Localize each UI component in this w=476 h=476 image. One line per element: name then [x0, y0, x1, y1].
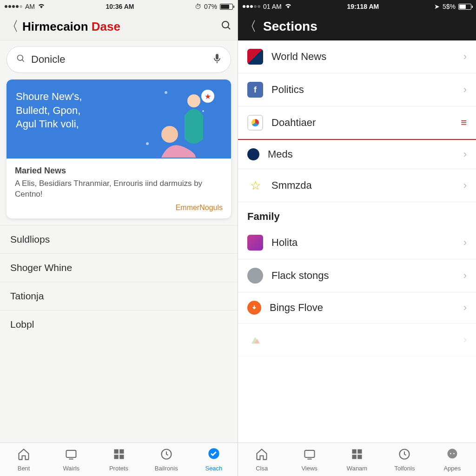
tab-wairls[interactable]: Wairls — [47, 443, 95, 476]
chevron-right-icon: › — [463, 302, 467, 314]
svg-point-30 — [450, 453, 451, 454]
globe-icon — [247, 115, 263, 131]
home-icon — [255, 448, 268, 463]
back-icon[interactable]: 〈 — [244, 18, 257, 35]
chat-bubble-icon — [446, 448, 459, 463]
list-item[interactable]: Lobpl — [0, 310, 238, 338]
svg-point-29 — [447, 449, 457, 458]
svg-rect-12 — [66, 450, 76, 457]
section-row-partial[interactable]: › — [238, 324, 476, 357]
magnifier-icon — [16, 54, 26, 65]
page-title: Hirmecaion Dase — [22, 20, 217, 34]
tab-label: Views — [301, 465, 317, 472]
section-row-world-news[interactable]: World News › — [238, 40, 476, 73]
list-item[interactable]: Suldliops — [0, 225, 238, 253]
tv-icon — [65, 448, 78, 463]
phone-right: 01 AM 19:118 AM ➤ 5$% 〈 Sections World N… — [238, 0, 476, 476]
dot-icon — [247, 148, 259, 160]
clock: 19:118 AM — [347, 3, 379, 10]
tab-views[interactable]: Views — [285, 443, 333, 476]
hamburger-icon[interactable]: ≡ — [461, 117, 467, 129]
section-row-meds[interactable]: Meds › — [238, 140, 476, 169]
tab-clsa[interactable]: Clsa — [238, 443, 285, 476]
battery-label: 07% — [204, 3, 217, 10]
tab-label: Clsa — [256, 465, 268, 472]
chevron-right-icon: › — [463, 334, 467, 346]
chevron-right-icon: › — [463, 148, 467, 160]
svg-text:★: ★ — [205, 93, 211, 100]
row-label: World News — [271, 51, 455, 63]
row-label: Bings Flove — [270, 302, 455, 314]
svg-rect-25 — [357, 449, 362, 453]
check-bubble-icon — [207, 448, 220, 463]
phone-left: AM 10:36 AM ⏱ 07% 〈 Hirmecaion Dase — [0, 0, 238, 476]
hero-illustration-icon: ★ — [133, 83, 226, 158]
grid-icon — [350, 448, 364, 463]
svg-rect-14 — [114, 449, 118, 453]
svg-rect-4 — [216, 54, 218, 60]
svg-rect-26 — [352, 455, 357, 459]
battery-icon — [458, 4, 471, 10]
search-input-wrap[interactable] — [7, 46, 231, 73]
row-label: Flack stongs — [271, 270, 455, 282]
list-item[interactable]: Tationja — [0, 282, 238, 310]
tab-appes[interactable]: Appes — [429, 443, 476, 476]
face-icon — [247, 268, 263, 284]
clock-icon — [160, 448, 173, 463]
feature-blurb: A Elis, Besidiars Thranmiar, Enrouris ii… — [15, 178, 223, 200]
feature-link[interactable]: EmmerNoguls — [15, 204, 223, 212]
feature-body: Maried News A Elis, Besidiars Thranmiar,… — [7, 159, 231, 218]
svg-point-9 — [161, 126, 178, 143]
svg-rect-27 — [357, 455, 362, 459]
chevron-right-icon: › — [463, 51, 467, 63]
mic-icon[interactable] — [213, 53, 221, 66]
carrier-label: 01 AM — [263, 3, 282, 10]
svg-point-6 — [165, 91, 167, 94]
list-item[interactable]: Shoger Whine — [0, 253, 238, 282]
download-icon — [247, 301, 261, 315]
tab-label: Appes — [443, 465, 461, 472]
signal-dots-icon — [5, 5, 22, 8]
section-list: World News › f Politics › Doahtiaer ≡ Me… — [238, 40, 476, 443]
row-label: Smmzda — [271, 179, 455, 192]
status-bar: AM 10:36 AM ⏱ 07% — [0, 0, 238, 13]
tab-tolfonis[interactable]: Tolfonis — [381, 443, 428, 476]
row-label: Politics — [271, 84, 455, 96]
svg-point-8 — [187, 94, 200, 107]
facebook-icon: f — [247, 82, 263, 98]
feature-card[interactable]: Shoure New's, Bulledt, Gpon, Agul Tink v… — [7, 79, 231, 218]
back-icon[interactable]: 〈 — [6, 18, 19, 35]
star-icon: ☆ — [247, 178, 263, 193]
tab-label: Protets — [109, 465, 128, 472]
tab-seach[interactable]: Seach — [190, 443, 238, 476]
tab-label: Tolfonis — [394, 465, 415, 472]
section-row-bings-flove[interactable]: Bings Flove › — [238, 292, 476, 324]
tab-wanam[interactable]: Wanam — [333, 443, 381, 476]
chevron-right-icon: › — [463, 179, 467, 192]
search-icon[interactable] — [221, 20, 232, 33]
tab-bailronis[interactable]: Bailronis — [143, 443, 190, 476]
tab-label: Wairls — [63, 465, 79, 472]
tab-bent[interactable]: Bent — [0, 443, 47, 476]
status-bar: 01 AM 19:118 AM ➤ 5$% — [238, 0, 476, 13]
search-input[interactable] — [31, 53, 207, 66]
section-row-holita[interactable]: Holita › — [238, 226, 476, 259]
clock-icon — [398, 448, 411, 463]
home-icon — [17, 448, 30, 463]
section-row-politics[interactable]: f Politics › — [238, 73, 476, 106]
svg-rect-16 — [114, 455, 118, 459]
section-row-doahtiaer[interactable]: Doahtiaer ≡ — [238, 106, 476, 140]
nav-bar: 〈 Hirmecaion Dase — [0, 13, 238, 40]
nav-bar: 〈 Sections — [238, 13, 476, 40]
section-row-smmzda[interactable]: ☆ Smmzda › — [238, 169, 476, 202]
grid-icon — [112, 448, 126, 463]
svg-rect-22 — [304, 450, 314, 457]
tab-label: Seach — [205, 465, 222, 472]
section-row-flack-stongs[interactable]: Flack stongs › — [238, 259, 476, 292]
signal-dots-icon — [243, 5, 260, 8]
svg-line-1 — [228, 27, 230, 29]
row-label: Meds — [268, 148, 455, 160]
tab-protets[interactable]: Protets — [95, 443, 142, 476]
feature-headline: Shoure New's, Bulledt, Gpon, Agul Tink v… — [16, 90, 144, 131]
svg-point-0 — [222, 21, 229, 28]
